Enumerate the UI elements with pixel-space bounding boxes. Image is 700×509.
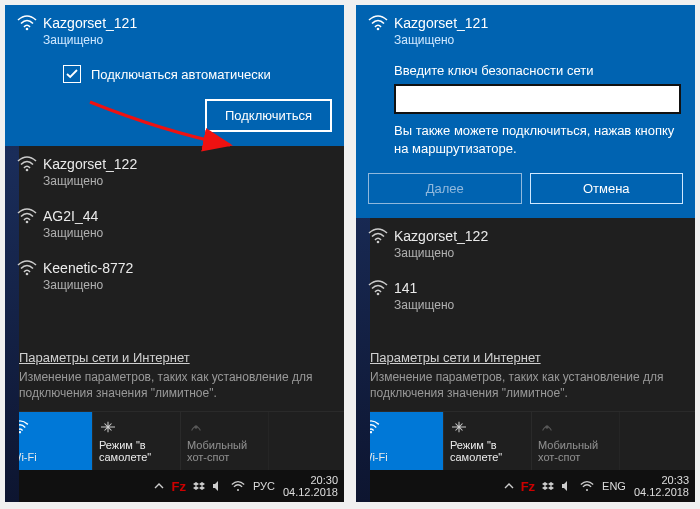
clock-time: 20:33 <box>661 474 689 486</box>
network-status: Защищено <box>43 33 330 47</box>
network-name: Kazgorset_121 <box>394 15 681 31</box>
network-item[interactable]: AG2I_44 Защищено <box>5 198 344 250</box>
wifi-icon[interactable] <box>580 481 594 492</box>
tile-airplane[interactable]: Режим "в самолете" <box>93 412 181 470</box>
network-name: Kazgorset_122 <box>394 228 681 244</box>
taskbar: Fz РУС 20:30 04.12.2018 <box>5 470 344 502</box>
tile-airplane[interactable]: Режим "в самолете" <box>444 412 532 470</box>
svg-point-10 <box>370 431 372 433</box>
quick-action-tiles: Wi-Fi Режим "в самолете" Мобильный хот-с… <box>356 411 695 470</box>
next-button[interactable]: Далее <box>368 173 522 204</box>
password-input[interactable] <box>394 84 681 114</box>
network-item[interactable]: 141 Защищено <box>356 270 695 322</box>
network-item[interactable]: Keenetic-8772 Защищено <box>5 250 344 302</box>
svg-point-1 <box>26 169 29 172</box>
svg-point-0 <box>26 28 29 31</box>
wifi-icon <box>362 418 437 436</box>
connect-row: Подключиться <box>5 89 344 146</box>
connect-button[interactable]: Подключиться <box>205 99 332 132</box>
wifi-secure-icon <box>17 208 37 224</box>
svg-point-6 <box>237 488 239 490</box>
quick-action-tiles: Wi-Fi Режим "в самолете" Мобильный хот-с… <box>5 411 344 470</box>
password-label: Введите ключ безопасности сети <box>394 63 681 78</box>
tile-label: Режим "в самолете" <box>450 439 525 464</box>
volume-icon[interactable] <box>561 481 573 491</box>
network-item-selected[interactable]: Kazgorset_121 Защищено <box>5 5 344 59</box>
autoconnect-row[interactable]: Подключаться автоматически <box>5 59 344 89</box>
taskbar: Fz ENG 20:33 04.12.2018 <box>356 470 695 502</box>
wifi-secure-icon <box>17 260 37 276</box>
wifi-secure-icon <box>368 280 388 296</box>
wifi-icon <box>17 15 37 31</box>
svg-point-7 <box>377 28 380 31</box>
tile-label: Wi-Fi <box>362 451 437 464</box>
dropbox-icon[interactable] <box>193 481 205 491</box>
chevron-up-icon[interactable] <box>154 481 164 491</box>
tile-label: Режим "в самолете" <box>99 439 174 464</box>
password-buttons: Далее Отмена <box>356 163 695 218</box>
clock-time: 20:30 <box>310 474 338 486</box>
clock-date: 04.12.2018 <box>634 486 689 498</box>
svg-point-4 <box>19 431 21 433</box>
cancel-button[interactable]: Отмена <box>530 173 684 204</box>
taskbar-clock[interactable]: 20:30 04.12.2018 <box>283 474 338 498</box>
tile-label: Wi-Fi <box>11 451 86 464</box>
clock-date: 04.12.2018 <box>283 486 338 498</box>
svg-point-9 <box>377 293 380 296</box>
tray-icons: Fz <box>504 479 594 494</box>
filezilla-icon[interactable]: Fz <box>521 479 535 494</box>
network-list: Kazgorset_121 Защищено Подключаться авто… <box>5 5 344 340</box>
chevron-up-icon[interactable] <box>504 481 514 491</box>
network-name: 141 <box>394 280 681 296</box>
network-status: Защищено <box>394 246 681 260</box>
password-block: Введите ключ безопасности сети Вы также … <box>356 59 695 163</box>
network-status: Защищено <box>43 174 330 188</box>
network-settings-hint: Изменение параметров, таких как установл… <box>356 367 695 411</box>
network-item[interactable]: Kazgorset_122 Защищено <box>356 218 695 270</box>
filezilla-icon[interactable]: Fz <box>171 479 185 494</box>
network-settings-link[interactable]: Параметры сети и Интернет <box>356 340 695 367</box>
svg-point-12 <box>586 488 588 490</box>
dropbox-icon[interactable] <box>542 481 554 491</box>
network-status: Защищено <box>43 226 330 240</box>
network-name: AG2I_44 <box>43 208 330 224</box>
tray-icons: Fz <box>154 479 244 494</box>
wifi-icon[interactable] <box>231 481 245 492</box>
svg-point-3 <box>26 273 29 276</box>
wifi-icon <box>368 15 388 31</box>
tile-hotspot[interactable]: Мобильный хот-спот <box>181 412 269 470</box>
network-name: Kazgorset_122 <box>43 156 330 172</box>
taskbar-clock[interactable]: 20:33 04.12.2018 <box>634 474 689 498</box>
network-item[interactable]: Kazgorset_122 Защищено <box>5 146 344 198</box>
language-indicator[interactable]: ENG <box>602 480 626 492</box>
network-name: Kazgorset_121 <box>43 15 330 31</box>
network-item-selected[interactable]: Kazgorset_121 Защищено <box>356 5 695 59</box>
tile-label: Мобильный хот-спот <box>538 439 613 464</box>
network-status: Защищено <box>43 278 330 292</box>
volume-icon[interactable] <box>212 481 224 491</box>
tile-hotspot[interactable]: Мобильный хот-спот <box>532 412 620 470</box>
svg-point-2 <box>26 221 29 224</box>
network-status: Защищено <box>394 33 681 47</box>
airplane-icon <box>450 418 525 436</box>
wifi-flyout-right: Kazgorset_121 Защищено Введите ключ безо… <box>356 5 695 502</box>
network-name: Keenetic-8772 <box>43 260 330 276</box>
network-settings-link[interactable]: Параметры сети и Интернет <box>5 340 344 367</box>
tile-label: Мобильный хот-спот <box>187 439 262 464</box>
wifi-secure-icon <box>368 228 388 244</box>
wifi-icon <box>11 418 86 436</box>
wifi-flyout-left: Kazgorset_121 Защищено Подключаться авто… <box>5 5 344 502</box>
network-settings-hint: Изменение параметров, таких как установл… <box>5 367 344 411</box>
svg-point-8 <box>377 241 380 244</box>
wifi-secure-icon <box>17 156 37 172</box>
password-hint: Вы также можете подключиться, нажав кноп… <box>394 122 681 157</box>
language-indicator[interactable]: РУС <box>253 480 275 492</box>
network-list: Kazgorset_121 Защищено Введите ключ безо… <box>356 5 695 340</box>
airplane-icon <box>99 418 174 436</box>
autoconnect-label: Подключаться автоматически <box>91 67 271 82</box>
autoconnect-checkbox[interactable] <box>63 65 81 83</box>
hotspot-icon <box>187 418 262 436</box>
hotspot-icon <box>538 418 613 436</box>
network-status: Защищено <box>394 298 681 312</box>
